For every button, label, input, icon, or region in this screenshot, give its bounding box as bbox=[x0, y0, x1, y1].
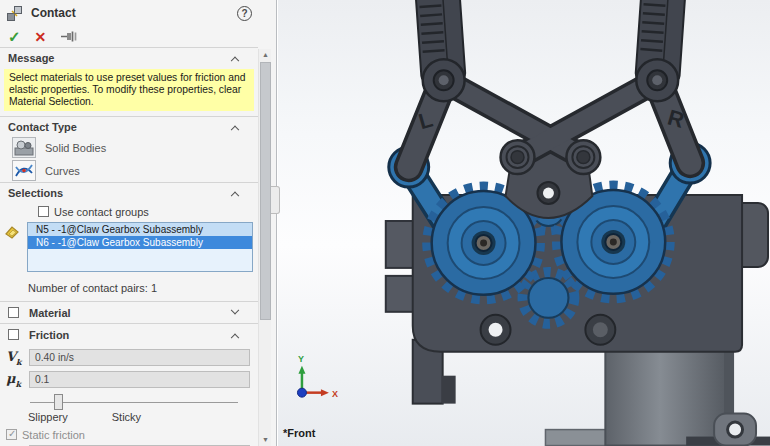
contact-selection-icon bbox=[4, 224, 21, 242]
list-item[interactable]: N5 - -1@Claw Gearbox Subassembly bbox=[28, 223, 252, 236]
section-header-selections[interactable]: Selections bbox=[0, 182, 258, 202]
contact-selection-list[interactable]: N5 - -1@Claw Gearbox Subassembly N6 - -1… bbox=[27, 222, 253, 272]
vk-symbol: Vk bbox=[6, 349, 25, 367]
static-friction-checkbox[interactable] bbox=[6, 429, 17, 440]
scroll-up-icon[interactable]: ▲ bbox=[259, 49, 272, 61]
selection-area: N5 - -1@Claw Gearbox Subassembly N6 - -1… bbox=[4, 222, 256, 272]
motor-mount-hole bbox=[728, 422, 743, 437]
slippery-label: Slippery bbox=[28, 411, 68, 423]
friction-header-label: Friction bbox=[29, 329, 226, 341]
panel-scrollbar[interactable]: ▲ ▼ bbox=[258, 49, 271, 446]
friction-slider[interactable] bbox=[30, 394, 238, 410]
orientation-triad[interactable]: Y X bbox=[297, 354, 337, 399]
material-header-label: Material bbox=[29, 307, 226, 319]
pin-icon[interactable] bbox=[60, 30, 78, 43]
curves-label: Curves bbox=[45, 165, 80, 177]
solidworks-window: Contact ? ✓ ✕ Message Select materials t… bbox=[0, 0, 770, 446]
use-contact-groups-row[interactable]: Use contact groups bbox=[38, 204, 258, 219]
list-item[interactable]: N6 - -1@Claw Gearbox Subassembly bbox=[28, 236, 252, 249]
triad-x-label: X bbox=[332, 389, 338, 399]
contact-icon bbox=[6, 5, 23, 22]
curves-icon[interactable] bbox=[12, 160, 36, 181]
chevron-up-icon bbox=[231, 125, 239, 133]
ok-button[interactable]: ✓ bbox=[8, 29, 21, 44]
chevron-up-icon bbox=[231, 333, 239, 341]
claw-gearbox-model[interactable]: L R bbox=[278, 0, 770, 446]
message-header-label: Message bbox=[8, 52, 226, 64]
chevron-up-icon bbox=[231, 57, 239, 65]
contact-type-header-label: Contact Type bbox=[8, 121, 226, 133]
section-header-contact-type[interactable]: Contact Type bbox=[0, 116, 258, 136]
chevron-up-icon bbox=[231, 191, 239, 199]
property-manager-panel: Contact ? ✓ ✕ Message Select materials t… bbox=[0, 0, 277, 446]
friction-checkbox[interactable] bbox=[8, 329, 19, 340]
section-header-material[interactable]: Material bbox=[0, 301, 258, 323]
solid-bodies-label: Solid Bodies bbox=[45, 142, 106, 154]
muk-symbol: μk bbox=[6, 371, 25, 389]
dynamic-friction-velocity-row: Vk 0.40 in/s bbox=[6, 349, 250, 367]
contact-type-curves[interactable]: Curves bbox=[0, 159, 258, 182]
help-icon[interactable]: ? bbox=[237, 6, 252, 21]
muk-input[interactable]: 0.1 bbox=[29, 371, 250, 388]
slider-thumb[interactable] bbox=[54, 394, 63, 410]
panel-title-bar: Contact ? bbox=[0, 0, 258, 26]
contact-pairs-count: Number of contact pairs: 1 bbox=[28, 282, 258, 295]
solid-bodies-icon[interactable] bbox=[12, 137, 36, 158]
material-checkbox[interactable] bbox=[8, 307, 19, 318]
view-orientation-label: *Front bbox=[283, 427, 315, 439]
page-title: Contact bbox=[31, 6, 237, 20]
section-header-friction[interactable]: Friction bbox=[0, 323, 258, 345]
scrollbar-thumb[interactable] bbox=[260, 62, 271, 320]
message-box: Select materials to use preset values fo… bbox=[4, 69, 254, 111]
use-contact-groups-checkbox[interactable] bbox=[38, 206, 49, 217]
chevron-down-icon bbox=[231, 305, 239, 313]
scroll-down-icon[interactable]: ▼ bbox=[259, 434, 272, 446]
static-friction-label: Static friction bbox=[22, 429, 85, 441]
cancel-button[interactable]: ✕ bbox=[35, 30, 47, 44]
section-header-message[interactable]: Message bbox=[0, 48, 258, 68]
static-friction-row[interactable]: Static friction bbox=[6, 428, 258, 441]
panel-toolbar: ✓ ✕ bbox=[0, 26, 258, 48]
sticky-label: Sticky bbox=[112, 411, 141, 423]
contact-type-solid-bodies[interactable]: Solid Bodies bbox=[0, 136, 258, 159]
vk-input[interactable]: 0.40 in/s bbox=[29, 349, 250, 366]
use-contact-groups-label: Use contact groups bbox=[54, 206, 149, 218]
dynamic-friction-coefficient-row: μk 0.1 bbox=[6, 371, 250, 389]
triad-y-label: Y bbox=[298, 354, 304, 364]
slider-labels: Slippery Sticky bbox=[28, 411, 258, 423]
graphics-viewport[interactable]: L R bbox=[278, 0, 770, 446]
selections-header-label: Selections bbox=[8, 187, 226, 199]
panel-splitter-handle[interactable] bbox=[271, 186, 280, 214]
